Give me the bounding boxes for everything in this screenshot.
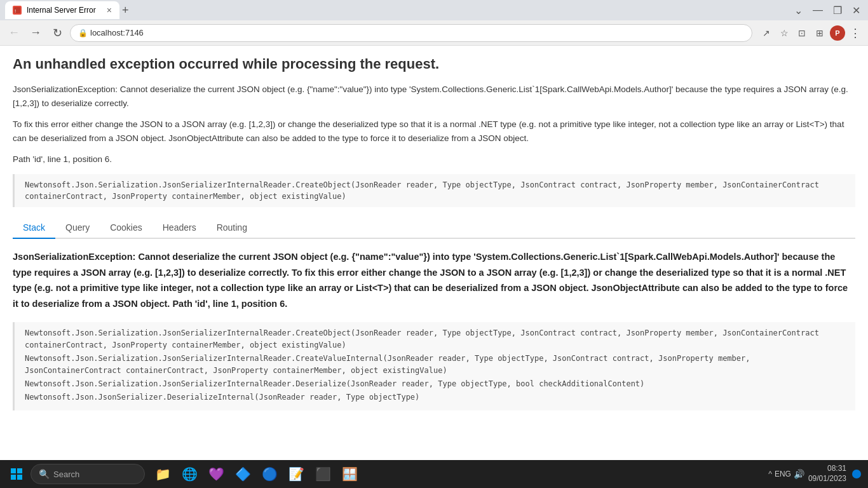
error-description-1: JsonSerializationException: Cannot deser… [13, 83, 855, 110]
forward-btn[interactable]: → [27, 24, 44, 42]
taskbar-right: ^ ENG 🔊 08:31 09/01/2023 [768, 464, 863, 484]
language-indicator: ENG [775, 470, 791, 478]
volume-icon[interactable]: 🔊 [794, 469, 804, 479]
stack-trace-header: Newtonsoft.Json.Serialization.JsonSerial… [13, 174, 855, 207]
taskbar-app-notepad[interactable]: 📝 [283, 461, 309, 487]
url-text: localhost:7146 [90, 28, 144, 37]
tab-stack[interactable]: Stack [13, 217, 55, 239]
page-content: An unhandled exception occurred while pr… [0, 46, 868, 460]
back-btn[interactable]: ← [5, 24, 23, 42]
maximize-btn[interactable]: ❐ [831, 4, 844, 17]
error-description-2: To fix this error either change the JSON… [13, 118, 855, 145]
tab-title: Internal Server Error [27, 6, 96, 15]
svg-text:!: ! [15, 8, 16, 13]
search-icon: 🔍 [39, 469, 50, 479]
tab-query[interactable]: Query [55, 217, 100, 238]
svg-rect-3 [17, 468, 22, 473]
split-icon[interactable]: ⊞ [812, 25, 827, 41]
taskbar-clock[interactable]: 08:31 09/01/2023 [808, 464, 846, 484]
start-button[interactable] [5, 463, 28, 485]
stack-trace-item: Newtonsoft.Json.Serialization.JsonSerial… [25, 378, 845, 390]
toolbar-icons: ↗ ☆ ⊡ ⊞ P ⋮ [759, 25, 863, 41]
svg-rect-5 [17, 475, 22, 480]
path-info: Path 'id', line 1, position 6. [13, 152, 855, 166]
taskbar: 🔍 Search 📁🌐💜🔷🔵📝⬛🪟 ^ ENG 🔊 08:31 09/01/20… [0, 460, 868, 488]
taskbar-app-file-explorer[interactable]: 📁 [150, 461, 175, 487]
share-icon[interactable]: ↗ [759, 25, 774, 41]
chevron-down-icon[interactable]: ⌄ [792, 4, 805, 17]
taskbar-app-windows-store[interactable]: 🪟 [337, 461, 362, 487]
taskbar-app-database-tool[interactable]: 🔷 [230, 461, 255, 487]
taskbar-app-visual-studio[interactable]: 💜 [203, 461, 229, 487]
bookmark-icon[interactable]: ☆ [776, 25, 792, 41]
lock-icon: 🔒 [78, 29, 88, 37]
page-heading: An unhandled exception occurred while pr… [13, 56, 855, 72]
browser-viewport: An unhandled exception occurred while pr… [0, 46, 868, 460]
stack-traces-list: Newtonsoft.Json.Serialization.JsonSerial… [13, 322, 855, 410]
svg-point-6 [852, 470, 861, 478]
search-label: Search [53, 470, 79, 479]
tab-routing[interactable]: Routing [207, 217, 257, 238]
title-bar: ! Internal Server Error × + ⌄ — ❐ ✕ [0, 0, 868, 20]
date-display: 09/01/2023 [808, 474, 846, 484]
taskbar-apps: 📁🌐💜🔷🔵📝⬛🪟 [150, 461, 362, 487]
close-btn[interactable]: ✕ [850, 4, 863, 17]
tab-icon: ! [13, 6, 22, 15]
tabs-container: StackQueryCookiesHeadersRouting [13, 217, 855, 239]
stack-trace-item: Newtonsoft.Json.Serialization.JsonSerial… [25, 353, 845, 377]
window-controls: ⌄ — ❐ ✕ [792, 4, 863, 17]
menu-icon[interactable]: ⋮ [848, 25, 863, 41]
sidebar-icon[interactable]: ⊡ [794, 25, 810, 41]
error-detail-text: JsonSerializationException: Cannot deser… [13, 249, 855, 312]
chevron-up-icon[interactable]: ^ [768, 470, 772, 478]
stack-trace-text: Newtonsoft.Json.Serialization.JsonSerial… [25, 180, 819, 201]
stack-trace-item: Newtonsoft.Json.JsonSerializer.Deseriali… [25, 391, 845, 403]
svg-rect-4 [11, 475, 16, 480]
system-icons: ^ ENG 🔊 [768, 469, 804, 479]
taskbar-app-terminal[interactable]: ⬛ [310, 461, 336, 487]
address-input[interactable]: 🔒 localhost:7146 [70, 24, 752, 42]
svg-rect-2 [11, 468, 16, 473]
taskbar-app-edge-browser[interactable]: 🌐 [177, 461, 202, 487]
taskbar-search[interactable]: 🔍 Search [31, 464, 145, 484]
tab-cookies[interactable]: Cookies [100, 217, 153, 238]
profile-avatar[interactable]: P [830, 25, 845, 41]
time-display: 08:31 [808, 464, 846, 474]
taskbar-app-chrome-browser[interactable]: 🔵 [257, 461, 282, 487]
new-tab-btn[interactable]: + [122, 4, 129, 16]
active-tab[interactable]: ! Internal Server Error × [5, 1, 119, 19]
stack-trace-item: Newtonsoft.Json.Serialization.JsonSerial… [25, 327, 845, 351]
address-bar: ← → ↻ 🔒 localhost:7146 ↗ ☆ ⊡ ⊞ P ⋮ [0, 20, 868, 46]
tab-close-btn[interactable]: × [107, 5, 112, 15]
minimize-btn[interactable]: — [810, 4, 825, 16]
reload-btn[interactable]: ↻ [48, 24, 66, 42]
notification-icon[interactable] [850, 468, 863, 480]
tab-headers[interactable]: Headers [153, 217, 207, 238]
